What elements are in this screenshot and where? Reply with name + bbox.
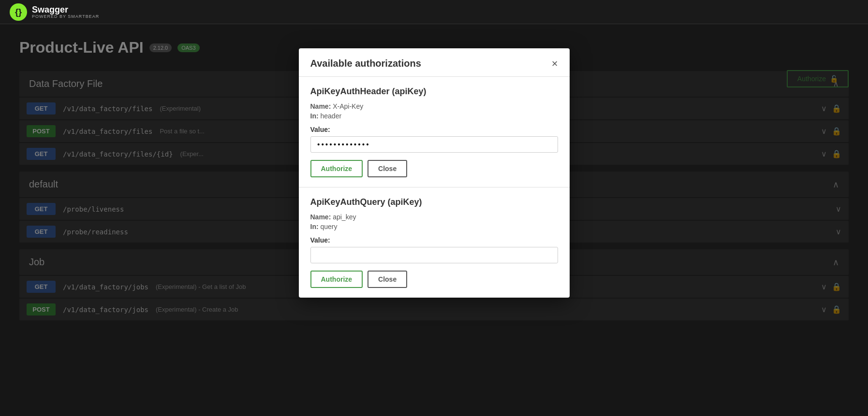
auth-buttons-header: Authorize Close <box>310 160 558 177</box>
in-label: In: <box>310 223 319 230</box>
auth-section-query-title: ApiKeyAuthQuery (apiKey) <box>310 197 558 207</box>
modal-title: Available authorizations <box>310 58 421 69</box>
auth-in-row-header: In: header <box>310 112 558 120</box>
main-content: Product-Live API 2.12.0 OAS3 Authorize 🔓… <box>0 24 868 416</box>
close-button-header[interactable]: Close <box>368 160 407 177</box>
in-value: header <box>321 112 342 120</box>
auth-in-row-query: In: query <box>310 223 558 230</box>
name-label: Name: <box>310 102 331 110</box>
auth-section-query: ApiKeyAuthQuery (apiKey) Name: api_key I… <box>299 187 570 298</box>
in-label: In: <box>310 112 319 120</box>
auth-section-header-title: ApiKeyAuthHeader (apiKey) <box>310 86 558 97</box>
modal-body: ApiKeyAuthHeader (apiKey) Name: X-Api-Ke… <box>299 77 570 298</box>
auth-name-row-header: Name: X-Api-Key <box>310 102 558 110</box>
close-button-query[interactable]: Close <box>368 271 407 288</box>
name-value: X-Api-Key <box>333 102 363 110</box>
modal-header: Available authorizations × <box>299 48 570 77</box>
modal-close-button[interactable]: × <box>552 58 558 69</box>
in-value: query <box>321 223 338 230</box>
modal-overlay: Available authorizations × ApiKeyAuthHea… <box>0 24 868 416</box>
apikey-query-input[interactable] <box>310 247 558 263</box>
svg-text:{}: {} <box>15 7 22 17</box>
auth-name-row-query: Name: api_key <box>310 213 558 221</box>
auth-section-header: ApiKeyAuthHeader (apiKey) Name: X-Api-Ke… <box>299 77 570 187</box>
navbar: {} Swagger POWERED BY SMARTBEAR <box>0 0 868 24</box>
auth-modal: Available authorizations × ApiKeyAuthHea… <box>299 48 570 298</box>
authorize-button-header[interactable]: Authorize <box>310 160 363 177</box>
name-label: Name: <box>310 213 331 221</box>
auth-buttons-query: Authorize Close <box>310 271 558 288</box>
swagger-logo-icon: {} <box>10 3 27 21</box>
brand: {} Swagger POWERED BY SMARTBEAR <box>10 3 99 21</box>
brand-name: Swagger <box>32 5 99 14</box>
name-value: api_key <box>333 213 356 221</box>
value-label-header: Value: <box>310 126 558 133</box>
brand-sub: POWERED BY SMARTBEAR <box>32 14 99 19</box>
authorize-button-query[interactable]: Authorize <box>310 271 363 288</box>
value-label-query: Value: <box>310 236 558 244</box>
apikey-header-input[interactable] <box>310 136 558 153</box>
